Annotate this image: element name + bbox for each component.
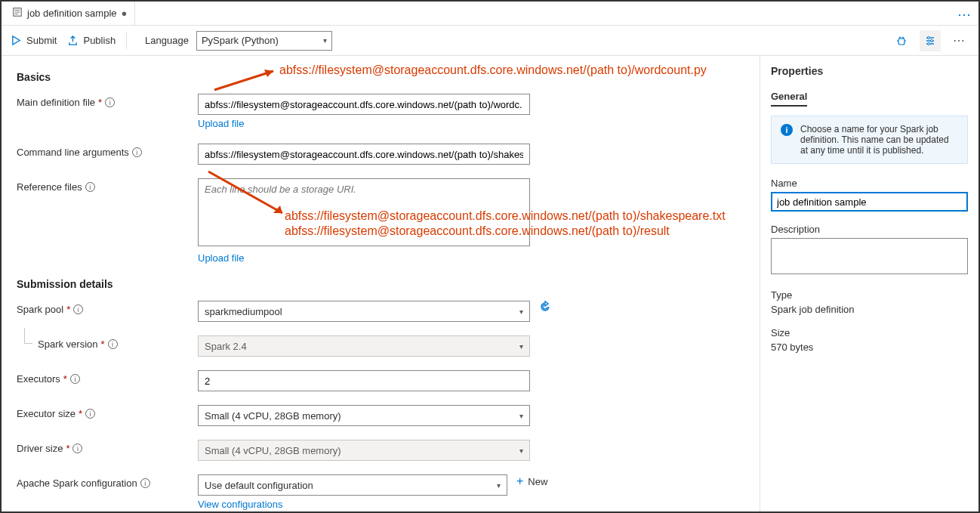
submit-button[interactable]: Submit (11, 35, 57, 46)
upload-ref-files-link[interactable]: Upload file (198, 252, 244, 264)
info-icon[interactable]: i (140, 478, 150, 488)
language-select[interactable]: PySpark (Python) ▾ (196, 31, 332, 51)
executors-input[interactable] (198, 370, 530, 391)
chevron-down-icon: ▾ (497, 481, 501, 490)
svg-rect-5 (898, 39, 904, 45)
toolbar: Submit Publish Language PySpark (Python)… (2, 26, 978, 56)
form-area: Basics Main definition file* i Upload fi… (2, 56, 760, 511)
driver-size-label: Driver size* i (17, 440, 198, 454)
ref-files-label: Reference files i (17, 178, 198, 193)
upload-main-def-link[interactable]: Upload file (198, 118, 244, 129)
refresh-pool-button[interactable] (539, 301, 551, 313)
info-icon[interactable]: i (73, 304, 83, 314)
spark-version-label: Spark version* i (17, 335, 198, 350)
size-label: Size (771, 327, 968, 338)
cmd-args-label: Command line arguments i (17, 144, 198, 158)
section-basics: Basics (17, 71, 744, 83)
plus-icon: + (516, 474, 523, 488)
svg-point-14 (931, 39, 933, 42)
chevron-down-icon: ▾ (323, 36, 327, 45)
bug-icon[interactable] (891, 30, 912, 51)
document-icon (12, 7, 23, 20)
chevron-down-icon: ▾ (519, 447, 523, 455)
svg-point-13 (928, 36, 930, 39)
info-icon[interactable]: i (105, 97, 115, 107)
type-value: Spark job definition (771, 304, 968, 315)
main-def-input[interactable] (198, 94, 530, 115)
unsaved-dot-icon: ● (122, 8, 128, 19)
chevron-down-icon: ▾ (519, 307, 523, 316)
spark-pool-select[interactable]: sparkmediumpool▾ (198, 301, 530, 322)
new-config-button[interactable]: + New (516, 474, 547, 488)
tab-job-definition[interactable]: job definition sample ● (5, 2, 135, 25)
description-textarea[interactable] (771, 238, 968, 274)
exec-size-select[interactable]: Small (4 vCPU, 28GB memory)▾ (198, 405, 530, 426)
language-label: Language (145, 35, 189, 46)
settings-icon[interactable] (920, 30, 941, 51)
section-submission: Submission details (17, 278, 744, 290)
svg-marker-4 (13, 36, 20, 45)
spark-version-select: Spark 2.4▾ (198, 335, 530, 357)
view-config-link[interactable]: View configurations (198, 499, 283, 510)
name-label: Name (771, 178, 968, 189)
info-circle-icon: i (781, 124, 793, 136)
ref-files-textarea[interactable] (198, 178, 530, 246)
properties-tab-general[interactable]: General (771, 88, 807, 107)
spark-config-label: Apache Spark configuration i (17, 474, 198, 489)
tab-title: job definition sample (27, 8, 117, 19)
tab-bar: job definition sample ● ⋯ (2, 2, 978, 26)
properties-pane: Properties General i Choose a name for y… (760, 56, 978, 511)
description-label: Description (771, 224, 968, 235)
exec-size-label: Executor size* i (17, 405, 198, 419)
toolbar-more-icon[interactable]: ⋯ (948, 30, 969, 51)
publish-label: Publish (83, 35, 116, 46)
svg-point-9 (902, 37, 904, 39)
chevron-down-icon: ▾ (519, 412, 523, 420)
main-def-label: Main definition file* i (17, 94, 198, 108)
svg-point-15 (928, 42, 930, 45)
info-icon[interactable]: i (85, 182, 95, 192)
size-value: 570 bytes (771, 341, 968, 353)
language-group: Language PySpark (Python) ▾ (145, 31, 332, 51)
type-label: Type (771, 289, 968, 301)
info-icon[interactable]: i (70, 374, 80, 384)
executors-label: Executors* i (17, 370, 198, 385)
info-icon[interactable]: i (108, 339, 118, 349)
cmd-args-input[interactable] (198, 144, 530, 165)
info-icon[interactable]: i (132, 147, 142, 157)
divider (126, 32, 127, 50)
svg-point-8 (899, 37, 901, 39)
name-input[interactable] (771, 192, 968, 212)
language-value: PySpark (Python) (202, 35, 279, 46)
info-text: Choose a name for your Spark job definit… (800, 124, 958, 156)
main: Basics Main definition file* i Upload fi… (2, 56, 978, 511)
driver-size-select: Small (4 vCPU, 28GB memory)▾ (198, 440, 530, 461)
spark-config-select[interactable]: Use default configuration▾ (198, 474, 507, 496)
properties-title: Properties (771, 65, 968, 77)
tab-more-icon[interactable]: ⋯ (957, 6, 971, 23)
info-icon[interactable]: i (72, 443, 82, 453)
chevron-down-icon: ▾ (519, 342, 523, 351)
submit-label: Submit (26, 35, 57, 46)
info-box: i Choose a name for your Spark job defin… (771, 116, 968, 164)
publish-button[interactable]: Publish (67, 35, 116, 46)
spark-pool-label: Spark pool* i (17, 301, 198, 315)
info-icon[interactable]: i (85, 409, 95, 419)
